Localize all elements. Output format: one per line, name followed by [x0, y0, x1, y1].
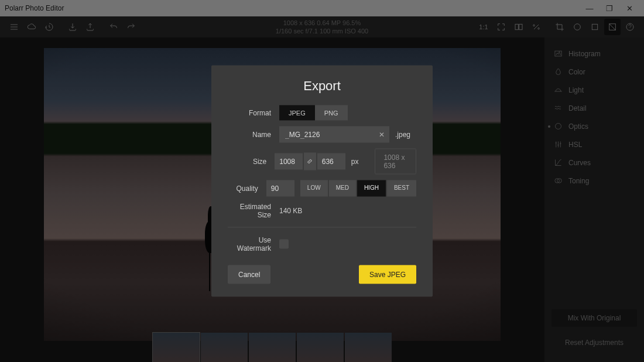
- estimated-label: Estimated Size: [228, 203, 279, 219]
- clear-name-icon[interactable]: ✕: [379, 131, 385, 139]
- quality-low-button[interactable]: LOW: [300, 180, 328, 197]
- format-png-button[interactable]: PNG: [315, 105, 348, 121]
- name-label: Name: [228, 131, 279, 139]
- size-display: 1008 x 636: [375, 149, 416, 175]
- estimated-value: 140 KB: [279, 203, 302, 219]
- watermark-label: Use Watermark: [228, 236, 279, 252]
- file-extension: .jpeg: [389, 127, 416, 143]
- save-jpeg-button[interactable]: Save JPEG: [359, 265, 416, 284]
- height-input[interactable]: [317, 153, 345, 170]
- size-label: Size: [228, 158, 275, 166]
- filename-input[interactable]: [279, 127, 389, 143]
- link-dimensions-icon[interactable]: [304, 153, 316, 170]
- quality-best-button[interactable]: BEST: [387, 180, 416, 197]
- export-title: Export: [228, 78, 416, 94]
- export-dialog: Export Format JPEG PNG Name ✕ .jpeg Size…: [211, 66, 433, 297]
- quality-input[interactable]: [266, 180, 294, 197]
- format-label: Format: [228, 109, 279, 117]
- quality-label: Quality: [228, 185, 266, 193]
- quality-high-button[interactable]: HIGH: [357, 180, 386, 197]
- cancel-button[interactable]: Cancel: [228, 265, 270, 284]
- quality-med-button[interactable]: MED: [329, 180, 356, 197]
- watermark-checkbox[interactable]: [279, 240, 289, 249]
- format-jpeg-button[interactable]: JPEG: [279, 105, 315, 121]
- width-input[interactable]: [275, 153, 303, 170]
- size-unit: px: [345, 158, 365, 166]
